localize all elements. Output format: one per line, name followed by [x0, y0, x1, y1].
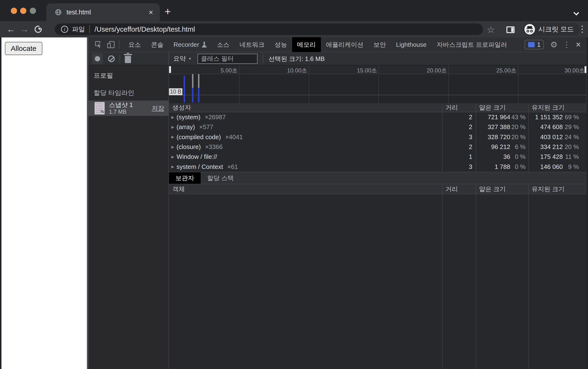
col-retained-size[interactable]: 유지된 크기	[529, 103, 565, 112]
tab-js-profiler[interactable]: 자바스크립트 프로파일러	[432, 37, 512, 52]
col-retained-size[interactable]: 유지된 크기	[529, 185, 565, 193]
tab-recorder[interactable]: Recorder	[168, 37, 212, 52]
table-row[interactable]: ▶system / Context×61 3 1 7880 % 146 0609…	[169, 162, 587, 172]
retainers-tabbar: 보관자 할당 스택	[169, 172, 587, 184]
expander-icon[interactable]: ▶	[171, 164, 174, 169]
tab-allocation-stack[interactable]: 할당 스택	[201, 172, 240, 184]
tab-console[interactable]: 콘솔	[146, 37, 168, 52]
tab-sources[interactable]: 소스	[212, 37, 235, 52]
back-button[interactable]: ←	[4, 24, 18, 34]
new-tab-button[interactable]: +	[165, 7, 171, 16]
browser-window: test.html × + ← → i 파일 /Users/yceffort/D…	[0, 0, 588, 369]
tab-application[interactable]: 애플리케이션	[321, 37, 368, 52]
range-handle-right[interactable]	[584, 66, 587, 73]
expander-icon[interactable]: ▶	[171, 155, 174, 159]
snapshot-item[interactable]: % 스냅샷 1 1.7 MB 저장	[88, 101, 168, 116]
window-zoom-button[interactable]	[30, 8, 36, 14]
table-row[interactable]: ▶(compiled code)×4041 3 328 72020 % 403 …	[169, 132, 587, 142]
col-shallow-size[interactable]: 얕은 크기	[476, 185, 506, 193]
timeline-tick: 5.00초	[206, 67, 237, 74]
retainers-table-body	[169, 194, 587, 369]
tab-retainers[interactable]: 보관자	[169, 172, 201, 184]
range-handle-left[interactable]	[169, 66, 171, 73]
url-scheme-chip: 파일	[72, 25, 85, 34]
url-text[interactable]: /Users/yceffort/Desktop/test.html	[94, 25, 195, 33]
browser-menu-icon[interactable]: ⋮	[578, 24, 587, 34]
web-page: Allocate	[1, 37, 87, 369]
col-distance[interactable]: 거리	[443, 185, 458, 193]
tab-network[interactable]: 네트워크	[235, 37, 269, 52]
allocate-button[interactable]: Allocate	[5, 42, 42, 55]
col-object[interactable]: 객체	[169, 184, 442, 194]
tab-performance[interactable]: 성능	[269, 37, 292, 52]
allocation-timeline[interactable]: 5.00초 10.00초 15.00초 20.00초 25.00초 30.00초	[169, 65, 587, 103]
issues-bubble-icon	[528, 42, 535, 47]
record-heap-button[interactable]	[92, 53, 103, 64]
address-bar[interactable]: i 파일 /Users/yceffort/Desktop/test.html	[55, 23, 483, 35]
memory-main: 5.00초 10.00초 15.00초 20.00초 25.00초 30.00초	[169, 65, 587, 369]
profiles-title: 프로필	[88, 65, 168, 80]
tab-title: test.html	[66, 9, 149, 16]
incognito-icon	[524, 24, 535, 35]
devtools-panel: 요소 콘솔 Recorder 소스 네트워크 성능 메모리 애플리케이션 보안 …	[88, 37, 587, 369]
flask-icon	[202, 42, 207, 48]
dropdown-arrow-icon: ▼	[188, 57, 192, 61]
tab-elements[interactable]: 요소	[123, 37, 146, 52]
incognito-label: 시크릿 모드	[538, 25, 574, 34]
allocation-bar-freed	[198, 74, 199, 88]
reload-button[interactable]	[35, 26, 42, 33]
table-row[interactable]: ▶Window / file:// 1 360 % 175 42811 %	[169, 152, 587, 162]
forward-button[interactable]: →	[18, 24, 31, 34]
size-gridline	[182, 95, 587, 95]
devtools-menu-icon[interactable]: ⋮	[563, 40, 570, 49]
window-close-button[interactable]	[11, 8, 17, 14]
table-row[interactable]: ▶(closure)×3366 2 96 2126 % 334 21220 %	[169, 142, 587, 152]
profiles-sidebar: 프로필 할당 타임라인 % 스냅샷 1 1.7 MB 저장	[88, 65, 169, 369]
snapshot-save-link[interactable]: 저장	[152, 104, 164, 113]
tabbar-separator	[119, 40, 120, 49]
expander-icon[interactable]: ▶	[171, 145, 174, 149]
col-distance[interactable]: 거리	[443, 103, 458, 112]
devtools-close-icon[interactable]: ×	[576, 40, 581, 50]
globe-icon	[55, 9, 62, 16]
clear-profiles-icon[interactable]	[108, 55, 115, 62]
delete-profile-icon[interactable]	[125, 56, 131, 63]
device-toolbar-icon[interactable]	[107, 41, 115, 49]
col-shallow-size[interactable]: 얕은 크기	[476, 103, 506, 112]
site-info-icon[interactable]: i	[61, 26, 68, 33]
snapshot-name: 스냅샷 1	[109, 102, 133, 109]
settings-gear-icon[interactable]: ⚙	[550, 40, 557, 50]
issues-counter[interactable]: 1	[525, 40, 544, 50]
allocation-bar	[184, 76, 185, 102]
allocation-bar-freed	[192, 74, 194, 88]
tab-security[interactable]: 보안	[368, 37, 391, 52]
timeline-tick: 15.00초	[346, 67, 377, 74]
allocation-bar	[192, 88, 194, 102]
expander-icon[interactable]: ▶	[171, 115, 174, 120]
expander-icon[interactable]: ▶	[171, 135, 174, 139]
browser-tab[interactable]: test.html ×	[46, 3, 160, 21]
retainers-table-header: 객체 거리 얕은 크기 유지된 크기	[169, 184, 587, 194]
bookmark-star-icon[interactable]: ☆	[487, 24, 495, 35]
profile-actions	[88, 52, 169, 65]
table-row[interactable]: ▶(array)×577 2 327 38820 % 474 60829 %	[169, 122, 587, 132]
col-constructor[interactable]: 생성자	[169, 103, 442, 112]
inspect-element-icon[interactable]	[94, 41, 102, 49]
url-separator	[89, 25, 90, 33]
timeline-tick: 10.00초	[276, 67, 307, 74]
memory-toolbar: 요약 ▼ 선택된 크기: 1.6 MB	[88, 52, 587, 65]
window-content: Allocate 요소 콘솔 Recorder 소스 네트워크	[0, 37, 588, 369]
incognito-badge: 시크릿 모드	[523, 23, 580, 35]
table-row[interactable]: ▶(system)×26987 2 721 96443 % 1 151 3526…	[169, 112, 587, 122]
side-panel-icon[interactable]	[506, 26, 515, 33]
perspective-select[interactable]: 요약 ▼	[173, 54, 192, 63]
allocation-bar	[198, 88, 199, 102]
tab-lighthouse[interactable]: Lighthouse	[391, 37, 432, 52]
tab-search-chevron-icon[interactable]	[573, 10, 579, 16]
class-filter-input[interactable]	[197, 54, 258, 64]
window-minimize-button[interactable]	[20, 8, 26, 14]
size-marker: 10 B	[169, 88, 182, 95]
tab-memory[interactable]: 메모리	[292, 37, 321, 52]
expander-icon[interactable]: ▶	[171, 125, 174, 129]
tab-close-icon[interactable]: ×	[149, 8, 153, 16]
